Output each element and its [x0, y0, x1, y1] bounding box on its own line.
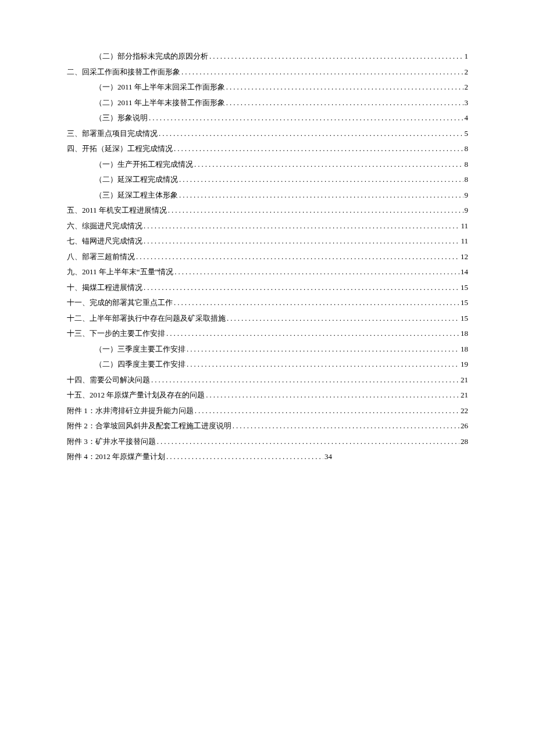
toc-entry[interactable]: （一）三季度主要工作安排18 — [67, 345, 468, 353]
toc-entry[interactable]: 三、部署重点项目完成情况5 — [67, 130, 468, 137]
toc-entry-title: 三、部署重点项目完成情况 — [67, 130, 158, 137]
toc-entry[interactable]: （一）生产开拓工程完成情况8 — [67, 160, 468, 168]
toc-entry-title: 九、2011 年上半年末“五量”情况 — [67, 268, 173, 275]
toc-entry-page: 15 — [461, 299, 468, 306]
toc-entry[interactable]: 十一、完成的部署其它重点工作15 — [67, 299, 468, 306]
toc-entry[interactable]: 附件 4：2012 年原煤产量计划34 — [67, 453, 468, 460]
toc-entry[interactable]: 五、2011 年机安工程进展情况9 — [67, 206, 468, 214]
toc-entry-page: 2 — [465, 68, 469, 76]
toc-entry[interactable]: 十四、需要公司解决问题21 — [67, 376, 468, 384]
toc-entry[interactable]: 四、开拓（延深）工程完成情况8 — [67, 145, 468, 152]
toc-leader-dots — [187, 345, 459, 353]
toc-entry-page: 9 — [465, 206, 469, 214]
toc-entry-page: 11 — [461, 237, 468, 245]
table-of-contents: （二）部分指标未完成的原因分析1二、回采工作面和接替工作面形象2（一）2011 … — [67, 52, 468, 460]
toc-entry[interactable]: 九、2011 年上半年末“五量”情况14 — [67, 268, 468, 275]
toc-leader-dots — [179, 191, 463, 199]
toc-entry[interactable]: （二）2011 年上半年末接替工作面形象3 — [67, 99, 468, 106]
toc-entry-title: 五、2011 年机安工程进展情况 — [67, 206, 167, 214]
toc-entry-page: 8 — [465, 175, 469, 183]
toc-leader-dots — [227, 314, 459, 322]
toc-leader-dots — [168, 206, 463, 214]
toc-entry-title: 四、开拓（延深）工程完成情况 — [67, 145, 173, 152]
toc-leader-dots — [174, 268, 459, 275]
toc-entry[interactable]: 八、部署三超前情况12 — [67, 253, 468, 260]
toc-entry-page: 1 — [465, 52, 469, 60]
toc-entry-title: （二）延深工程完成情况 — [95, 175, 178, 183]
toc-entry[interactable]: 附件 2：合掌坡回风斜井及配套工程施工进度说明26 — [67, 422, 468, 429]
toc-leader-dots — [144, 237, 459, 245]
toc-entry-page: 9 — [465, 191, 469, 199]
toc-entry-page: 11 — [461, 222, 468, 230]
toc-entry-page: 8 — [465, 160, 469, 168]
toc-entry-title: 十一、完成的部署其它重点工作 — [67, 299, 173, 306]
toc-entry-title: 二、回采工作面和接替工作面形象 — [67, 68, 180, 76]
toc-leader-dots — [194, 160, 463, 168]
toc-leader-dots — [166, 329, 459, 337]
toc-entry[interactable]: 十、揭煤工程进展情况15 — [67, 284, 468, 291]
toc-entry-page: 26 — [461, 422, 468, 429]
toc-leader-dots — [144, 284, 459, 291]
toc-entry-page: 18 — [461, 329, 468, 337]
toc-entry[interactable]: 十二、上半年部署执行中存在问题及矿采取措施15 — [67, 314, 468, 322]
toc-entry-page: 21 — [461, 391, 468, 399]
toc-leader-dots — [233, 422, 459, 429]
toc-leader-dots — [136, 253, 459, 260]
toc-entry-title: 八、部署三超前情况 — [67, 253, 135, 260]
toc-entry[interactable]: 十三、下一步的主要工作安排18 — [67, 329, 468, 337]
toc-entry-page: 21 — [461, 376, 468, 384]
toc-entry-page: 2 — [465, 83, 469, 91]
toc-entry-page: 19 — [461, 360, 468, 368]
toc-entry-title: （一）生产开拓工程完成情况 — [95, 160, 193, 168]
toc-leader-dots — [144, 222, 459, 230]
toc-entry-title: （二）部分指标未完成的原因分析 — [95, 52, 208, 60]
toc-entry-title: （三）形象说明 — [95, 114, 148, 121]
toc-entry-page: 5 — [465, 130, 469, 137]
toc-leader-dots — [181, 68, 463, 76]
toc-entry[interactable]: 附件 3：矿井水平接替问题28 — [67, 438, 468, 445]
toc-entry[interactable]: （三）延深工程主体形象9 — [67, 191, 468, 199]
toc-entry-page: 14 — [461, 268, 468, 275]
toc-leader-dots — [159, 130, 463, 137]
toc-entry-page: 34 — [324, 453, 332, 460]
toc-leader-dots — [209, 52, 463, 60]
toc-entry[interactable]: 十五、2012 年原煤产量计划及存在的问题21 — [67, 391, 468, 399]
toc-entry[interactable]: （二）部分指标未完成的原因分析1 — [67, 52, 468, 60]
toc-entry-title: 十、揭煤工程进展情况 — [67, 284, 142, 291]
toc-entry-page: 15 — [461, 314, 468, 322]
toc-entry-title: 十四、需要公司解决问题 — [67, 376, 150, 384]
toc-entry-page: 12 — [461, 253, 468, 260]
toc-leader-dots — [149, 114, 463, 121]
toc-entry[interactable]: 附件 1：水井湾排矸立井提升能力问题22 — [67, 407, 468, 414]
toc-leader-dots — [179, 175, 463, 183]
toc-entry[interactable]: （三）形象说明4 — [67, 114, 468, 121]
toc-entry-page: 28 — [461, 438, 468, 445]
toc-entry-title: 十五、2012 年原煤产量计划及存在的问题 — [67, 391, 205, 399]
toc-entry-title: 六、综掘进尺完成情况 — [67, 222, 142, 230]
toc-entry-page: 15 — [461, 284, 468, 291]
toc-entry-title: 附件 4：2012 年原煤产量计划 — [67, 453, 165, 460]
toc-entry-page: 22 — [461, 407, 468, 414]
toc-leader-dots — [195, 407, 459, 414]
toc-leader-dots — [226, 83, 463, 91]
toc-entry[interactable]: 二、回采工作面和接替工作面形象2 — [67, 68, 468, 76]
toc-entry-page: 3 — [465, 99, 469, 106]
toc-entry-title: （一）三季度主要工作安排 — [95, 345, 186, 353]
toc-entry-title: 七、锚网进尺完成情况 — [67, 237, 142, 245]
toc-entry-page: 18 — [461, 345, 468, 353]
toc-entry[interactable]: （二）四季度主要工作安排19 — [67, 360, 468, 368]
toc-entry-title: 十二、上半年部署执行中存在问题及矿采取措施 — [67, 314, 226, 322]
toc-entry-page: 4 — [465, 114, 469, 121]
toc-entry[interactable]: （一）2011 年上半年末回采工作面形象2 — [67, 83, 468, 91]
toc-leader-dots — [166, 453, 323, 460]
toc-leader-dots — [157, 438, 459, 445]
toc-leader-dots — [174, 145, 463, 152]
toc-leader-dots — [151, 376, 459, 384]
toc-leader-dots — [206, 391, 459, 399]
toc-entry-title: （三）延深工程主体形象 — [95, 191, 178, 199]
toc-entry[interactable]: 七、锚网进尺完成情况11 — [67, 237, 468, 245]
toc-entry-title: （一）2011 年上半年末回采工作面形象 — [95, 83, 225, 91]
toc-leader-dots — [226, 99, 463, 106]
toc-entry[interactable]: （二）延深工程完成情况8 — [67, 175, 468, 183]
toc-entry[interactable]: 六、综掘进尺完成情况11 — [67, 222, 468, 230]
